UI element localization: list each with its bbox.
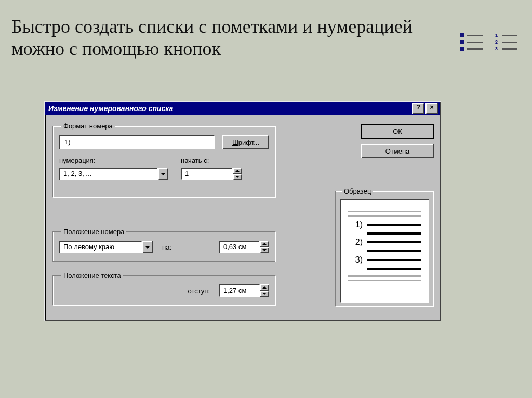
toolbar-icons: 1 2 3 xyxy=(457,29,525,58)
indent-value: 1,27 см xyxy=(219,284,260,297)
group-number-position: Положение номера По левому краю на: 0,63… xyxy=(52,228,276,262)
chevron-down-icon[interactable] xyxy=(142,241,153,253)
number-format-input[interactable]: 1) xyxy=(59,135,215,149)
spin-up-icon[interactable] xyxy=(233,168,242,174)
spin-down-icon[interactable] xyxy=(233,174,242,180)
group-number-format-legend: Формат номера xyxy=(61,122,115,130)
indent-spin[interactable]: 1,27 см xyxy=(219,284,269,297)
numbering-combo[interactable]: 1, 2, 3, ... xyxy=(59,168,168,180)
start-value: 1 xyxy=(181,168,233,180)
dialog-title: Изменение нумерованного списка xyxy=(48,104,412,113)
at-value: 0,63 см xyxy=(219,241,260,253)
spin-up-icon[interactable] xyxy=(260,241,269,247)
ok-button[interactable]: ОК xyxy=(361,124,434,139)
preview-item-2: 2) xyxy=(348,238,363,246)
spin-down-icon[interactable] xyxy=(260,247,269,253)
spin-down-icon[interactable] xyxy=(260,291,269,297)
help-button[interactable]: ? xyxy=(412,103,424,114)
indent-label: отступ: xyxy=(188,287,210,295)
spin-up-icon[interactable] xyxy=(260,284,269,291)
align-combo[interactable]: По левому краю xyxy=(59,241,153,253)
cancel-button[interactable]: Отмена xyxy=(361,144,434,158)
numbering-value: 1, 2, 3, ... xyxy=(59,168,158,180)
at-spin[interactable]: 0,63 см xyxy=(219,241,269,253)
align-value: По левому краю xyxy=(59,241,142,253)
group-preview-legend: Образец xyxy=(342,187,373,195)
close-button[interactable]: × xyxy=(425,103,438,114)
group-number-format: Формат номера 1) Шрифт... нумерация: 1, … xyxy=(52,122,276,198)
dialog-titlebar[interactable]: Изменение нумерованного списка ? × xyxy=(45,102,440,115)
preview-item-3: 3) xyxy=(348,256,363,264)
dialog-window: Изменение нумерованного списка ? × Форма… xyxy=(44,101,441,321)
group-number-position-legend: Положение номера xyxy=(61,228,126,236)
start-label: начать с: xyxy=(181,157,248,164)
bullet-list-icon[interactable] xyxy=(457,29,486,55)
font-button[interactable]: Шрифт... xyxy=(222,135,269,149)
start-spin[interactable]: 1 xyxy=(181,168,248,180)
group-text-position-legend: Положение текста xyxy=(61,271,123,279)
at-label: на: xyxy=(162,243,180,251)
chevron-down-icon[interactable] xyxy=(158,168,168,180)
numbering-label: нумерация: xyxy=(59,157,168,164)
preview-item-1: 1) xyxy=(348,221,363,229)
preview-area: 1) 2) 3) xyxy=(340,199,429,303)
slide-headline: Быстро создать списки с пометками и нуме… xyxy=(11,16,463,60)
numbered-list-icon[interactable]: 1 2 3 xyxy=(492,29,521,55)
group-text-position: Положение текста отступ: 1,27 см xyxy=(52,271,276,306)
group-preview: Образец 1) 2) 3) xyxy=(335,187,434,307)
